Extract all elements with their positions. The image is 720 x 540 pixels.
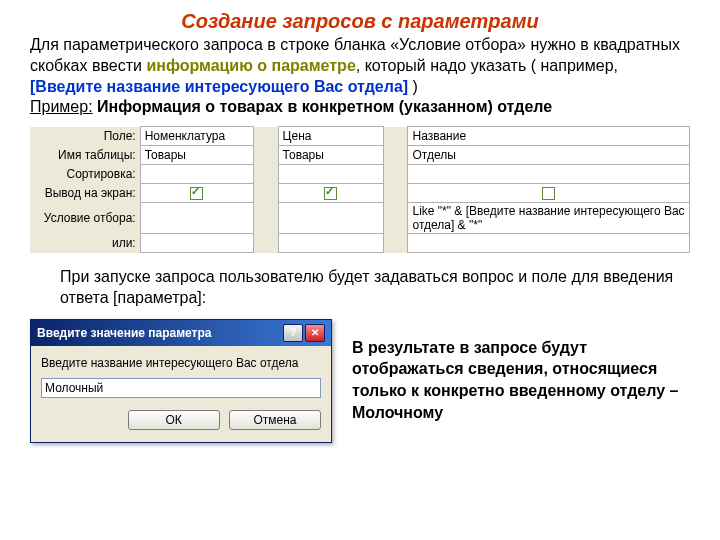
grid-cell[interactable]: Номенклатура xyxy=(140,127,253,146)
grid-cell[interactable]: Цена xyxy=(278,127,383,146)
page-title: Создание запросов с параметрами xyxy=(30,10,690,33)
show-checkbox[interactable] xyxy=(278,184,383,203)
close-icon[interactable]: ✕ xyxy=(305,324,325,342)
example-text: Информация о товарах в конкретном (указа… xyxy=(93,98,553,115)
grid-cell[interactable] xyxy=(140,165,253,184)
dialog-titlebar: Введите значение параметра ? ✕ xyxy=(31,320,331,346)
grid-cell[interactable] xyxy=(408,165,690,184)
intro-suffix: ) xyxy=(408,78,418,95)
grid-cell[interactable] xyxy=(140,203,253,234)
intro-text: Для параметрического запроса в строке бл… xyxy=(30,35,690,118)
intro-tag: [Введите название интересующего Вас отде… xyxy=(30,78,408,95)
runtime-text: При запуске запроса пользователю будет з… xyxy=(60,267,690,309)
criteria-cell[interactable]: Like "*" & [Введите название интересующе… xyxy=(408,203,690,234)
grid-cell[interactable] xyxy=(278,165,383,184)
intro-olive: информацию о параметре xyxy=(146,57,355,74)
row-label: Условие отбора: xyxy=(30,203,140,234)
cancel-button[interactable]: Отмена xyxy=(229,410,321,430)
dialog-prompt: Введите название интересующего Вас отдел… xyxy=(41,356,321,370)
grid-cell[interactable]: Товары xyxy=(140,146,253,165)
help-icon[interactable]: ? xyxy=(283,324,303,342)
row-label: или: xyxy=(30,234,140,253)
result-bold: Молочному xyxy=(352,404,443,421)
parameter-input[interactable] xyxy=(41,378,321,398)
intro-mid: , который надо указать ( например, xyxy=(356,57,618,74)
grid-cell[interactable] xyxy=(278,234,383,253)
row-label: Сортировка: xyxy=(30,165,140,184)
row-label: Имя таблицы: xyxy=(30,146,140,165)
query-design-grid: Поле: Номенклатура Цена Название Имя таб… xyxy=(30,126,690,253)
grid-cell[interactable]: Название xyxy=(408,127,690,146)
grid-cell[interactable]: Отделы xyxy=(408,146,690,165)
row-label: Вывод на экран: xyxy=(30,184,140,203)
result-prefix: В результате в запросе будут отображатьс… xyxy=(352,339,678,399)
show-checkbox[interactable] xyxy=(140,184,253,203)
grid-cell[interactable] xyxy=(140,234,253,253)
dialog-title: Введите значение параметра xyxy=(37,326,212,340)
row-label: Поле: xyxy=(30,127,140,146)
grid-cell[interactable]: Товары xyxy=(278,146,383,165)
parameter-dialog: Введите значение параметра ? ✕ Введите н… xyxy=(30,319,332,443)
grid-cell[interactable] xyxy=(278,203,383,234)
ok-button[interactable]: ОК xyxy=(128,410,220,430)
result-text: В результате в запросе будут отображатьс… xyxy=(352,337,690,423)
example-label: Пример: xyxy=(30,98,93,115)
show-checkbox[interactable] xyxy=(408,184,690,203)
grid-cell[interactable] xyxy=(408,234,690,253)
